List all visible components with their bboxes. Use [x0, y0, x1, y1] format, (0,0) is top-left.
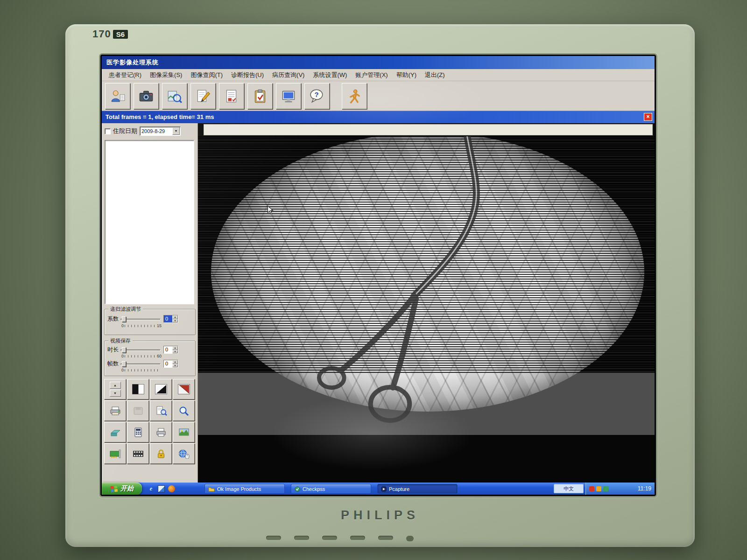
photo-capture-button[interactable]	[173, 422, 195, 442]
network-card-icon	[109, 448, 121, 459]
exit-runner-icon	[346, 89, 362, 104]
menu-item-image-capture[interactable]: 图像采集(S)	[146, 70, 186, 81]
tray-network-icon[interactable]	[603, 486, 608, 491]
frames-slider[interactable]	[120, 361, 161, 367]
tray-antivirus-icon[interactable]	[589, 486, 594, 491]
bw-contrast-button[interactable]	[127, 379, 149, 399]
calculator-button[interactable]	[127, 422, 149, 442]
coef-spinbox[interactable]: 0 ▲▼	[163, 315, 178, 323]
monitor-button[interactable]	[322, 536, 337, 540]
tray-clock[interactable]: 11:19	[638, 485, 651, 492]
frames-spinbox[interactable]: 0 ▲▼	[163, 360, 178, 368]
photo-icon	[178, 427, 190, 437]
lock-button[interactable]	[150, 443, 172, 464]
control-panel: 住院日期 2009-8-29 ▼ 递归滤波调节 系数	[102, 123, 198, 483]
monitor-button[interactable]	[378, 536, 393, 540]
image-capture-button[interactable]	[134, 83, 159, 109]
menu-item-image-review[interactable]: 图像查阅(T)	[186, 70, 227, 81]
monitor-button[interactable]	[266, 536, 281, 540]
exit-button[interactable]	[342, 83, 367, 109]
save-disabled-button[interactable]	[127, 400, 149, 421]
help-bubble-icon: ?	[309, 89, 325, 104]
duration-slider[interactable]	[120, 347, 161, 353]
zoom-icon	[178, 406, 190, 416]
duration-spin-down[interactable]: ▼	[172, 350, 178, 354]
lock-icon	[155, 448, 167, 459]
task-checkpss[interactable]: Checkpss	[291, 484, 371, 494]
monitor-power-button[interactable]	[406, 536, 414, 541]
admission-date-value: 2009-8-29	[140, 128, 172, 134]
coef-spin-up[interactable]: ▲	[172, 315, 178, 319]
zoom-button[interactable]	[173, 400, 195, 421]
menu-item-system-settings[interactable]: 系统设置(W)	[309, 70, 351, 81]
color-print-button[interactable]	[104, 400, 126, 421]
duration-value: 0	[164, 346, 172, 353]
coef-spin-down[interactable]: ▼	[172, 319, 178, 323]
menu-item-patient-register[interactable]: 患者登记(R)	[105, 70, 146, 81]
image-review-button[interactable]	[162, 83, 187, 109]
admission-date-combo[interactable]: 2009-8-29 ▼	[140, 126, 181, 136]
calculator-icon	[132, 427, 144, 437]
record-check-button[interactable]	[247, 83, 273, 109]
web-export-button[interactable]	[173, 443, 195, 464]
scroll-up-icon[interactable]: ▲	[110, 382, 121, 389]
report-print-button[interactable]	[219, 83, 244, 109]
capture-window-content: 住院日期 2009-8-29 ▼ 递归滤波调节 系数	[102, 123, 655, 483]
pcapture-icon	[381, 486, 387, 492]
page-preview-button[interactable]	[150, 400, 172, 421]
svg-text:?: ?	[314, 91, 318, 98]
scroll-up-down-buttons[interactable]: ▲ ▼	[104, 379, 126, 399]
scanner-icon	[109, 427, 121, 437]
start-button[interactable]: 开始	[102, 483, 142, 495]
magnifier-photo-icon	[167, 89, 183, 104]
monitor-model-label: 170 S6	[92, 28, 128, 40]
menu-item-diagnostic-report[interactable]: 诊断报告(U)	[227, 70, 268, 81]
monitor-control-buttons	[266, 536, 414, 541]
menu-item-exit[interactable]: 退出(Z)	[421, 70, 449, 81]
show-desktop-icon[interactable]	[158, 485, 165, 492]
help-button[interactable]: ?	[304, 83, 330, 109]
admission-date-row: 住院日期 2009-8-29 ▼	[105, 126, 181, 136]
task-ok-image-products[interactable]: Ok Image Products	[204, 484, 285, 494]
media-player-icon[interactable]	[168, 485, 175, 492]
ie-icon[interactable]: e	[148, 485, 155, 492]
frames-spin-down[interactable]: ▼	[172, 364, 178, 368]
language-bar[interactable]: 中文	[554, 484, 584, 493]
network-card-button[interactable]	[104, 443, 126, 464]
tool-grid: ▲ ▼	[104, 379, 195, 464]
coef-slider[interactable]	[120, 316, 161, 322]
filter-group-title: 递归滤波调节	[108, 306, 143, 313]
patient-register-button[interactable]	[105, 83, 130, 109]
scanner-button[interactable]	[104, 422, 126, 442]
patient-list-box[interactable]	[105, 140, 194, 304]
scroll-down-icon[interactable]: ▼	[110, 390, 121, 397]
printer-button[interactable]	[150, 422, 172, 442]
coef-slider-thumb[interactable]	[122, 316, 126, 322]
chevron-down-icon[interactable]: ▼	[172, 127, 180, 135]
close-button[interactable]: ×	[644, 113, 652, 121]
duration-slider-thumb[interactable]	[122, 347, 126, 353]
monitor-button[interactable]	[294, 536, 309, 540]
monitor-button[interactable]	[350, 536, 365, 540]
menu-item-help[interactable]: 帮助(Y)	[392, 70, 421, 81]
film-strip-button[interactable]	[127, 443, 149, 464]
menu-item-account-management[interactable]: 账户管理(X)	[351, 70, 392, 81]
frames-slider-thumb[interactable]	[122, 361, 126, 367]
triangle-contrast-button[interactable]	[150, 379, 172, 399]
red-overlay-button[interactable]	[173, 379, 195, 399]
menu-item-record-query[interactable]: 病历查询(V)	[268, 70, 309, 81]
coef-tick-max: 15	[157, 323, 162, 328]
duration-spin-up[interactable]: ▲	[172, 346, 178, 350]
frames-spin-up[interactable]: ▲	[172, 360, 178, 364]
display-settings-button[interactable]	[276, 83, 301, 109]
screen-frame: 医学影像处理系统 患者登记(R) 图像采集(S) 图像查阅(T) 诊断报告(U)…	[99, 53, 657, 497]
coef-tick-min: 0	[121, 323, 124, 328]
quick-launch: e	[146, 483, 177, 495]
tray-update-icon[interactable]	[596, 486, 601, 491]
start-label: 开始	[120, 484, 134, 493]
admission-date-checkbox[interactable]	[105, 128, 111, 134]
task-pcapture[interactable]: Pcapture	[377, 484, 458, 494]
app-title-bar: 医学影像处理系统	[102, 56, 655, 69]
duration-spinbox[interactable]: 0 ▲▼	[163, 346, 178, 354]
report-edit-button[interactable]	[190, 83, 216, 109]
